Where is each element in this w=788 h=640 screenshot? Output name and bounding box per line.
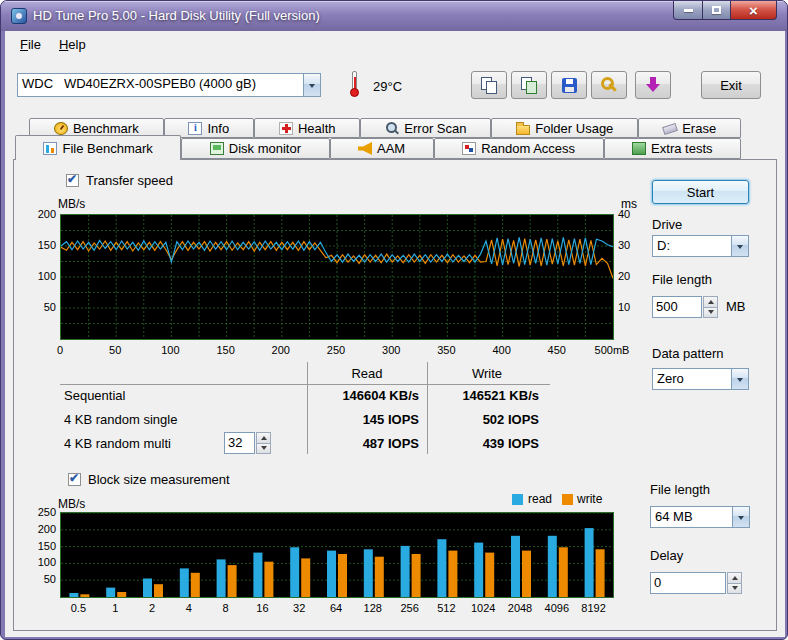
queue-depth-spinner[interactable]: 32 xyxy=(224,432,271,454)
tick-label: 100 xyxy=(38,270,56,282)
tick-label: 0.5 xyxy=(71,602,86,614)
block-file-length-label: File length xyxy=(650,482,710,497)
random-multi-read-value: 487 IOPS xyxy=(308,436,419,451)
tab-file-benchmark[interactable]: File Benchmark xyxy=(15,135,181,160)
block-file-length-dropdown-arrow[interactable] xyxy=(732,507,749,527)
data-pattern-value: Zero xyxy=(653,369,731,389)
queue-depth-down-button[interactable] xyxy=(256,444,271,455)
sequential-read-value: 146604 KB/s xyxy=(308,388,419,403)
drive-select-dropdown-arrow[interactable] xyxy=(303,74,320,96)
copy-icon xyxy=(480,76,498,94)
arrow-up-icon xyxy=(732,573,738,580)
file-length-spinner[interactable]: 500 xyxy=(652,296,718,318)
benchmark-icon xyxy=(54,122,68,135)
chevron-down-icon xyxy=(738,516,744,523)
start-button[interactable]: Start xyxy=(652,180,749,204)
data-pattern-dropdown-arrow[interactable] xyxy=(731,369,748,389)
random-access-icon xyxy=(462,142,476,155)
app-window: HD Tune Pro 5.00 - Hard Disk Utility (Fu… xyxy=(0,0,788,640)
tick-label: 300 xyxy=(382,344,400,356)
delay-down-button[interactable] xyxy=(727,584,742,595)
data-pattern-combobox[interactable]: Zero xyxy=(652,368,749,390)
options-icon xyxy=(600,76,618,94)
delay-label: Delay xyxy=(650,548,683,563)
menu-bar: File Help xyxy=(5,31,785,58)
queue-depth-up-button[interactable] xyxy=(256,432,271,444)
file-length-down-button[interactable] xyxy=(703,308,718,319)
menu-help[interactable]: Help xyxy=(50,34,95,55)
tab-aam[interactable]: AAM xyxy=(330,138,434,159)
queue-depth-value: 32 xyxy=(224,432,255,454)
copy-image-button[interactable] xyxy=(511,71,547,99)
bar-chart-y-labels: 25020015010050 xyxy=(20,512,56,598)
tick-label: 200 xyxy=(38,523,56,535)
tab-error-scan[interactable]: Error Scan xyxy=(360,118,491,138)
tick-label: 100 xyxy=(38,556,56,568)
tick-label: 0 xyxy=(57,344,63,356)
transfer-speed-chart xyxy=(60,214,614,340)
data-pattern-label: Data pattern xyxy=(652,346,724,361)
drive-dropdown-arrow[interactable] xyxy=(731,236,748,256)
tick-label: 400 xyxy=(492,344,510,356)
exit-button[interactable]: Exit xyxy=(701,71,761,99)
file-length-up-button[interactable] xyxy=(703,296,718,308)
folder-usage-icon xyxy=(516,125,530,135)
bar-chart-x-labels: 0.512481632641282565121024204840968192 xyxy=(60,602,614,616)
row-label-random-single: 4 KB random single xyxy=(64,412,177,427)
tab-disk-monitor[interactable]: Disk monitor xyxy=(181,138,329,159)
drive-value: D: xyxy=(653,236,731,256)
file-benchmark-panel: ✔ Transfer speed Start MB/s ms 200150100… xyxy=(13,159,777,631)
random-single-write-value: 502 IOPS xyxy=(428,412,539,427)
transfer-chart-y-right-labels: 40302010 xyxy=(618,214,648,340)
copy-button[interactable] xyxy=(471,71,507,99)
transfer-speed-checkbox[interactable]: ✔ xyxy=(66,174,79,187)
check-icon: ✔ xyxy=(67,172,77,186)
minimize-icon xyxy=(684,9,693,12)
transfer-speed-plot xyxy=(61,215,613,339)
tab-folder-usage[interactable]: Folder Usage xyxy=(491,118,638,138)
tick-label: 20 xyxy=(618,270,630,282)
chevron-down-icon xyxy=(309,84,315,91)
block-size-checkbox[interactable]: ✔ xyxy=(68,473,81,486)
thermometer-icon xyxy=(349,71,360,98)
minimize-button[interactable] xyxy=(673,1,703,20)
delay-up-button[interactable] xyxy=(727,572,742,584)
tab-random-access[interactable]: Random Access xyxy=(434,138,604,159)
arrow-down-icon xyxy=(732,586,738,593)
tab-extra-tests[interactable]: Extra tests xyxy=(604,138,741,159)
download-button[interactable] xyxy=(635,71,671,99)
save-button[interactable] xyxy=(551,71,587,99)
maximize-button[interactable] xyxy=(703,1,731,20)
transfer-speed-label: Transfer speed xyxy=(86,173,173,188)
legend-read-label: read xyxy=(528,492,552,506)
menu-file[interactable]: File xyxy=(11,34,50,55)
error-scan-icon xyxy=(385,122,399,135)
drive-combobox[interactable]: D: xyxy=(652,235,749,257)
info-icon xyxy=(188,122,202,135)
close-icon: × xyxy=(749,3,758,18)
tick-label: 40 xyxy=(618,208,630,220)
delay-spinner[interactable]: 0 xyxy=(650,572,742,594)
tab-erase[interactable]: Erase xyxy=(638,118,741,138)
close-button[interactable]: × xyxy=(731,1,777,20)
download-icon xyxy=(644,76,662,94)
app-icon xyxy=(11,8,27,24)
tick-label: 50 xyxy=(44,301,56,313)
options-button[interactable] xyxy=(591,71,627,99)
legend-write-label: write xyxy=(577,492,602,506)
arrow-down-icon xyxy=(261,446,267,453)
drive-select-combobox[interactable]: WDC WD40EZRX-00SPEB0 (4000 gB) xyxy=(17,73,321,97)
health-icon xyxy=(279,122,293,135)
tick-label: 16 xyxy=(256,602,268,614)
tick-label: 250 xyxy=(38,506,56,518)
chevron-down-icon xyxy=(737,378,743,385)
title-bar[interactable]: HD Tune Pro 5.00 - Hard Disk Utility (Fu… xyxy=(1,1,787,31)
y-axis-unit-left: MB/s xyxy=(58,197,85,211)
disk-monitor-icon xyxy=(210,142,224,155)
extra-tests-icon xyxy=(632,142,646,155)
tab-health[interactable]: Health xyxy=(254,118,360,138)
aam-icon xyxy=(358,142,372,155)
save-icon xyxy=(562,78,577,93)
tick-label: 512 xyxy=(437,602,455,614)
block-file-length-combobox[interactable]: 64 MB xyxy=(650,506,750,528)
